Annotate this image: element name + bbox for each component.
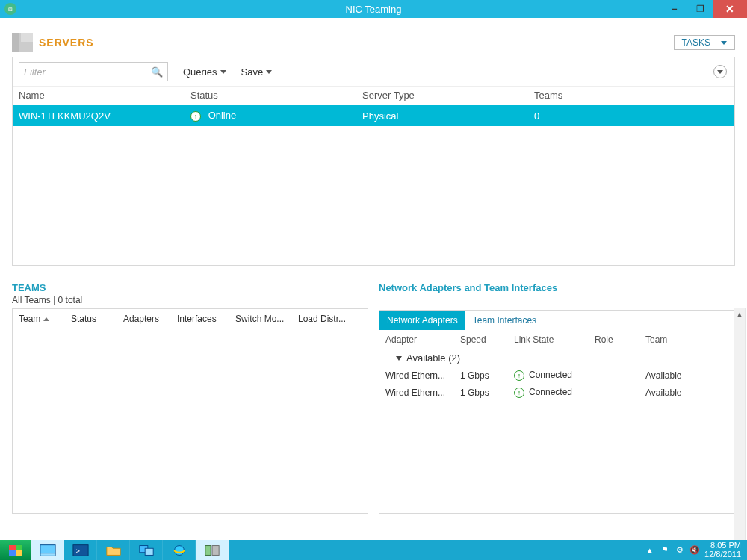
- col-type[interactable]: Server Type: [362, 90, 534, 101]
- col-adapter[interactable]: Adapter: [385, 335, 460, 345]
- window-title: NIC Teaming: [346, 4, 402, 15]
- col-team[interactable]: Team: [645, 335, 713, 345]
- col-link-state[interactable]: Link State: [514, 335, 595, 345]
- taskbar-item-ie[interactable]: [163, 540, 196, 560]
- servers-column-headers: Name Status Server Type Teams: [13, 87, 734, 105]
- vertical-scrollbar[interactable]: ▲ ▼: [734, 308, 746, 540]
- tab-team-interfaces[interactable]: Team Interfaces: [465, 311, 544, 330]
- servers-panel: Filter 🔍 Queries Save Name Status Server…: [12, 57, 735, 266]
- adapters-group-header[interactable]: Available (2): [379, 349, 734, 367]
- taskbar-clock[interactable]: 8:05 PM 12/8/2011: [704, 541, 741, 559]
- col-adapters[interactable]: Adapters: [123, 314, 177, 324]
- save-button[interactable]: Save: [241, 66, 273, 78]
- scroll-up-icon[interactable]: ▲: [734, 308, 745, 320]
- adapter-link: ↑Connected: [514, 370, 595, 381]
- svg-rect-0: [40, 544, 55, 553]
- online-icon: ↑: [190, 111, 201, 122]
- adapters-tabs: Network Adapters Team Interfaces: [379, 311, 734, 330]
- connected-icon: ↑: [514, 388, 524, 398]
- chevron-down-icon: [220, 70, 226, 74]
- tasks-label: TASKS: [682, 37, 710, 48]
- queries-label: Queries: [183, 66, 217, 78]
- taskbar: ≥ ▴ ⚑ ⚙ 🔇 8:05 PM 12/8/2011: [0, 540, 747, 560]
- col-switch-mode[interactable]: Switch Mo...: [235, 314, 298, 324]
- adapters-title: Network Adapters and Team Interfaces: [379, 282, 735, 293]
- teams-section: TEAMS All Teams | 0 total Team Status Ad…: [12, 282, 368, 514]
- tray-network-icon[interactable]: ⚙: [675, 545, 685, 556]
- queries-button[interactable]: Queries: [183, 66, 226, 78]
- svg-rect-1: [40, 553, 55, 556]
- svg-point-6: [174, 545, 184, 555]
- col-status[interactable]: Status: [71, 314, 123, 324]
- col-load-dist[interactable]: Load Distr...: [298, 314, 361, 324]
- adapters-panel: Network Adapters Team Interfaces Adapter…: [379, 310, 735, 514]
- powershell-icon: ≥: [72, 544, 89, 557]
- server-name: WIN-1TLKKMU2Q2V: [19, 111, 190, 122]
- col-name[interactable]: Name: [19, 90, 190, 101]
- expand-button[interactable]: [713, 65, 727, 78]
- main-content: SERVERS TASKS Filter 🔍 Queries Save: [0, 18, 747, 540]
- col-teams[interactable]: Teams: [534, 90, 684, 101]
- clock-date: 12/8/2011: [704, 550, 741, 559]
- teams-title: TEAMS: [12, 282, 368, 293]
- servers-title: SERVERS: [39, 37, 94, 49]
- teams-panel: Team Status Adapters Interfaces Switch M…: [12, 308, 368, 514]
- server-type: Physical: [362, 111, 534, 122]
- taskbar-item-powershell[interactable]: ≥: [64, 540, 97, 560]
- col-team[interactable]: Team: [19, 314, 71, 324]
- close-button[interactable]: ✕: [713, 0, 747, 18]
- adapter-name: Wired Ethern...: [385, 370, 460, 381]
- adapter-name: Wired Ethern...: [385, 388, 460, 398]
- taskbar-item-server-manager[interactable]: [31, 540, 64, 560]
- search-icon[interactable]: 🔍: [151, 66, 163, 78]
- col-interfaces[interactable]: Interfaces: [177, 314, 235, 324]
- adapter-row[interactable]: Wired Ethern... 1 Gbps ↑Connected Availa…: [379, 367, 734, 384]
- server-manager-icon: [40, 544, 56, 557]
- nic-teaming-icon: [204, 544, 220, 557]
- chevron-down-icon: [266, 70, 272, 74]
- adapter-speed: 1 Gbps: [460, 370, 514, 381]
- adapter-link: ↑Connected: [514, 387, 595, 398]
- filter-input[interactable]: Filter 🔍: [19, 62, 168, 81]
- teams-subtitle: All Teams | 0 total: [12, 295, 368, 305]
- windows-flag-icon: [9, 545, 22, 556]
- taskbar-item-explorer[interactable]: [97, 540, 130, 560]
- lower-panels: TEAMS All Teams | 0 total Team Status Ad…: [12, 282, 735, 514]
- server-teams: 0: [534, 111, 684, 122]
- tray-sound-icon[interactable]: 🔇: [689, 545, 700, 556]
- col-role[interactable]: Role: [595, 335, 645, 345]
- tasks-button[interactable]: TASKS: [674, 35, 735, 50]
- taskbar-item-remote[interactable]: [130, 540, 163, 560]
- connected-icon: ↑: [514, 370, 524, 381]
- taskbar-item-nic-teaming[interactable]: [196, 540, 229, 560]
- system-tray: ▴ ⚑ ⚙ 🔇 8:05 PM 12/8/2011: [645, 540, 747, 560]
- tab-network-adapters[interactable]: Network Adapters: [379, 311, 465, 330]
- chevron-down-icon: [721, 41, 727, 45]
- server-status: ↑ Online: [190, 110, 362, 122]
- app-icon: ⧈: [4, 3, 16, 15]
- tray-flag-icon[interactable]: ⚑: [660, 545, 670, 556]
- collapse-icon: [396, 356, 402, 361]
- adapter-row[interactable]: Wired Ethern... 1 Gbps ↑Connected Availa…: [379, 384, 734, 401]
- svg-rect-5: [145, 548, 153, 555]
- adapter-speed: 1 Gbps: [460, 388, 514, 398]
- minimize-button[interactable]: [662, 0, 687, 18]
- tray-show-hidden-icon[interactable]: ▴: [645, 545, 655, 556]
- chevron-down-icon: [717, 70, 723, 74]
- svg-rect-7: [205, 545, 210, 555]
- sort-asc-icon: [43, 317, 49, 321]
- adapter-team: Available: [645, 388, 713, 398]
- group-label: Available (2): [406, 352, 460, 364]
- servers-icon: [12, 33, 33, 52]
- ie-icon: [171, 544, 187, 557]
- adapters-section: Network Adapters and Team Interfaces Net…: [379, 282, 735, 514]
- server-row[interactable]: WIN-1TLKKMU2Q2V ↑ Online Physical 0: [13, 105, 734, 126]
- start-button[interactable]: [0, 540, 31, 560]
- taskbar-left: ≥: [0, 540, 229, 560]
- maximize-button[interactable]: ❐: [687, 0, 713, 18]
- remote-icon: [138, 544, 155, 557]
- servers-toolbar: Filter 🔍 Queries Save: [13, 57, 734, 87]
- window-controls: ❐ ✕: [662, 0, 747, 18]
- col-status[interactable]: Status: [190, 90, 362, 101]
- col-speed[interactable]: Speed: [460, 335, 514, 345]
